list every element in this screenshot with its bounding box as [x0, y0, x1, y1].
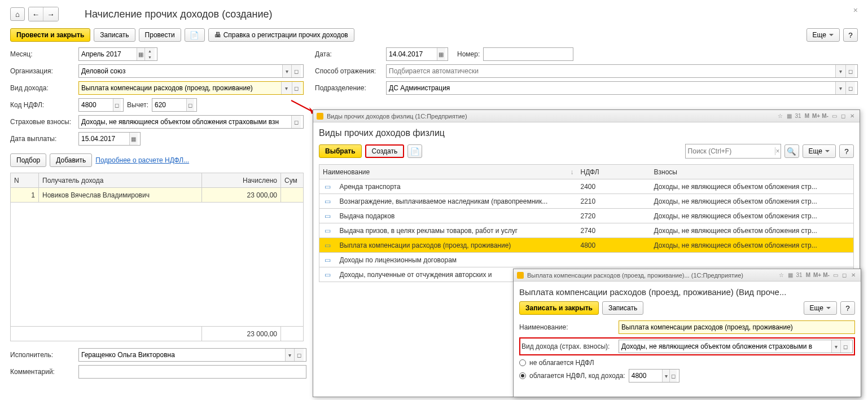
- help-button[interactable]: ?: [840, 301, 855, 315]
- dept-input[interactable]: ▾ ◻: [386, 81, 858, 95]
- paydate-input[interactable]: ▦: [78, 132, 141, 146]
- calendar-icon[interactable]: ▦: [437, 48, 445, 60]
- comment-input[interactable]: [78, 365, 306, 379]
- number-input[interactable]: [483, 47, 573, 61]
- ndfl-detail-link[interactable]: Подробнее о расчете НДФЛ...: [95, 156, 189, 164]
- fav-icon[interactable]: ☆: [776, 112, 784, 120]
- open-icon[interactable]: ◻: [292, 82, 301, 94]
- min-icon[interactable]: ▭: [831, 271, 839, 279]
- help-button[interactable]: ?: [843, 28, 858, 42]
- cal-icon[interactable]: 31: [794, 112, 802, 120]
- name-input[interactable]: [619, 320, 855, 334]
- open-icon[interactable]: ◻: [669, 370, 677, 382]
- open-icon[interactable]: ◻: [186, 99, 194, 111]
- contrib-input[interactable]: ◻: [78, 115, 304, 129]
- open-icon[interactable]: ◻: [291, 65, 301, 77]
- drop-icon[interactable]: ▾: [285, 349, 295, 361]
- open-icon[interactable]: ◻: [294, 349, 304, 361]
- app-icon: [517, 272, 524, 279]
- reflect-input[interactable]: ▾ ◻: [386, 64, 858, 78]
- close-icon[interactable]: ✕: [848, 112, 856, 120]
- post-button[interactable]: Провести: [139, 28, 181, 42]
- performer-input[interactable]: ▾ ◻: [78, 348, 306, 362]
- dialog1-heading: Виды прочих доходов физлиц: [319, 128, 854, 138]
- calendar-icon[interactable]: ▦: [137, 48, 144, 60]
- drop-icon[interactable]: ▾: [831, 340, 841, 353]
- close-icon[interactable]: ✕: [849, 271, 857, 279]
- drop-icon[interactable]: ▾: [835, 82, 845, 94]
- dialog1-titlebar[interactable]: Виды прочих доходов физлиц (1С:Предприят…: [313, 110, 860, 122]
- back-button[interactable]: ←: [29, 7, 43, 21]
- ndfl-input[interactable]: ◻: [78, 98, 124, 112]
- col-ndfl[interactable]: НДФЛ: [577, 165, 651, 179]
- comment-label: Комментарий:: [10, 368, 75, 376]
- list-item[interactable]: ▭Доходы по лицензионным договорам: [319, 253, 854, 267]
- grid-icon[interactable]: ▦: [785, 112, 793, 120]
- clear-search-icon[interactable]: ×: [775, 147, 781, 155]
- drop-icon[interactable]: ▾: [282, 65, 292, 77]
- dialog2-titlebar[interactable]: Выплата компенсации расходов (проезд, пр…: [514, 269, 861, 282]
- forward-button[interactable]: →: [43, 7, 58, 21]
- org-label: Организация:: [10, 67, 75, 75]
- deduct-input[interactable]: ◻: [152, 98, 197, 112]
- month-down[interactable]: ▼: [144, 54, 155, 60]
- table-row[interactable]: 1Новиков Вячеслав Владимирович23 000,00: [11, 188, 304, 203]
- month-up[interactable]: ▲: [144, 48, 155, 54]
- print-ref-button[interactable]: 🖶Справка о регистрации прочих доходов: [208, 28, 354, 42]
- radio-no-tax[interactable]: не облагается НДФЛ: [519, 359, 855, 367]
- name-label: Наименование:: [519, 323, 615, 331]
- help-button[interactable]: ?: [839, 144, 854, 158]
- drop-icon[interactable]: ▾: [835, 65, 845, 77]
- income-drop-icon[interactable]: ▾: [281, 82, 291, 94]
- max-icon[interactable]: ◻: [840, 271, 848, 279]
- search-button[interactable]: 🔍: [784, 144, 799, 158]
- month-label: Месяц:: [10, 50, 75, 58]
- list-item[interactable]: ▭Вознаграждение, выплачиваемое наследник…: [319, 194, 854, 209]
- write-button[interactable]: Записать: [94, 28, 135, 42]
- col-name[interactable]: Наименование↓: [319, 165, 577, 179]
- list-item[interactable]: ▭Выплата компенсации расходов (проезд, п…: [319, 238, 854, 253]
- more-button[interactable]: Еще: [804, 301, 837, 315]
- add-button[interactable]: Добавить: [50, 153, 92, 167]
- attach-button[interactable]: 📄: [185, 28, 205, 42]
- fav-icon[interactable]: ☆: [777, 271, 785, 279]
- income-input[interactable]: ▾ ◻: [78, 81, 304, 95]
- home-button[interactable]: ⌂: [10, 7, 25, 21]
- org-input[interactable]: ▾ ◻: [78, 64, 304, 78]
- open-icon[interactable]: ◻: [845, 82, 855, 94]
- open-icon[interactable]: ◻: [845, 65, 855, 77]
- radio-taxed[interactable]: облагается НДФЛ, код дохода: ▾ ◻: [519, 369, 855, 383]
- date-input[interactable]: ▦: [386, 47, 448, 61]
- income-type-input[interactable]: ▾ ◻: [619, 340, 853, 353]
- more-button[interactable]: Еще: [803, 144, 836, 158]
- month-input[interactable]: ▦ ▲ ▼: [78, 47, 157, 61]
- write-button[interactable]: Записать: [602, 301, 643, 315]
- max-icon[interactable]: ◻: [839, 112, 847, 120]
- list-item[interactable]: ▭Аренда транспорта2400Доходы, не являющи…: [319, 179, 854, 194]
- post-close-button[interactable]: Провести и закрыть: [10, 28, 90, 42]
- open-icon[interactable]: ◻: [840, 340, 850, 353]
- list-item[interactable]: ▭Выдача призов, в целях рекламы товаров,…: [319, 223, 854, 238]
- col-contrib[interactable]: Взносы: [651, 165, 854, 179]
- contrib-label: Страховые взносы:: [10, 118, 75, 126]
- calendar-icon[interactable]: ▦: [129, 133, 138, 145]
- write-close-button[interactable]: Записать и закрыть: [519, 301, 599, 315]
- search-input[interactable]: ×: [685, 144, 781, 159]
- drop-icon[interactable]: ▾: [662, 370, 669, 382]
- tax-code-input[interactable]: ▾ ◻: [629, 369, 680, 383]
- col-sum: Сум: [281, 173, 304, 188]
- copy-button[interactable]: 📄: [407, 144, 422, 158]
- open-icon[interactable]: ◻: [291, 116, 301, 128]
- close-icon[interactable]: ×: [853, 6, 858, 15]
- choose-button[interactable]: Выбрать: [319, 144, 362, 158]
- income-type-label: Вид дохода (страх. взносы):: [521, 342, 615, 350]
- create-button[interactable]: Создать: [365, 144, 405, 158]
- recipients-table: N Получатель дохода Начислено Сум 1Новик…: [10, 173, 304, 341]
- list-item[interactable]: ▭Выдача подарков2720Доходы, не являющиес…: [319, 209, 854, 223]
- select-button[interactable]: Подбор: [10, 153, 46, 167]
- min-icon[interactable]: ▭: [830, 112, 838, 120]
- income-types-table[interactable]: Наименование↓ НДФЛ Взносы ▭Аренда трансп…: [319, 164, 854, 282]
- more-button[interactable]: Еще: [806, 28, 840, 42]
- app-icon: [317, 113, 323, 120]
- open-icon[interactable]: ◻: [113, 99, 121, 111]
